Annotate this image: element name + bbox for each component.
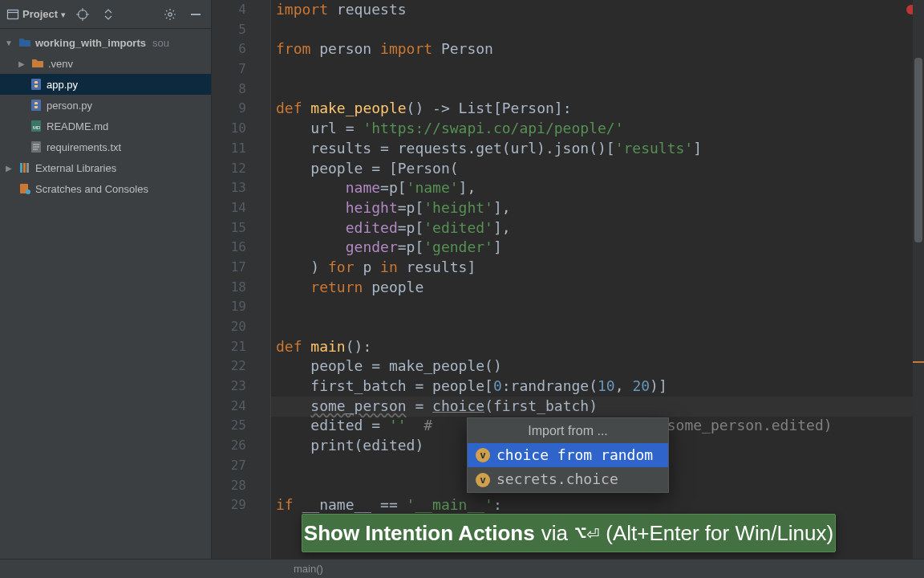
code-line[interactable]: some_person = choice(first_batch) xyxy=(276,397,913,417)
code-line[interactable]: ) for p in results] xyxy=(276,258,913,278)
code-line[interactable]: results = requests.get(url).json()['resu… xyxy=(276,139,913,159)
popup-item-label: choice from random xyxy=(496,446,653,466)
venv-label: .venv xyxy=(48,58,73,70)
code-editor[interactable]: 4567891011121314151617181920212223242526… xyxy=(212,0,924,578)
file-app-py[interactable]: app.py xyxy=(0,74,211,95)
sidebar-header: Project ▾ xyxy=(0,0,211,29)
hint-banner: Show Intention Actions via ⌥⏎ (Alt+Enter… xyxy=(302,514,836,552)
line-number: 21 xyxy=(212,337,270,357)
file-label: requirements.txt xyxy=(47,141,121,153)
code-line[interactable] xyxy=(276,297,913,317)
line-number: 27 xyxy=(212,456,270,476)
project-tree: ▼ working_with_imports sou ▶ .venv app.p… xyxy=(0,29,211,199)
code-line[interactable]: def main(): xyxy=(276,337,913,357)
line-number: 11 xyxy=(212,139,270,159)
folder-icon xyxy=(30,58,45,69)
gear-icon[interactable] xyxy=(161,6,179,23)
code-line[interactable]: from person import Person xyxy=(276,39,913,59)
code-line[interactable] xyxy=(276,59,913,79)
locate-icon[interactable] xyxy=(74,6,91,23)
line-number: 8 xyxy=(212,79,270,100)
line-number: 29 xyxy=(212,495,270,515)
svg-rect-18 xyxy=(23,163,26,173)
code-line[interactable]: import requests xyxy=(276,0,913,20)
popup-item-label: secrets.choice xyxy=(496,470,618,490)
code-line[interactable]: first_batch = people[0:randrange(10, 20)… xyxy=(276,377,913,397)
line-number: 19 xyxy=(212,297,270,317)
code-line[interactable] xyxy=(276,20,913,40)
marker-strip xyxy=(913,0,924,578)
project-root-label: working_with_imports xyxy=(35,37,146,49)
svg-point-21 xyxy=(26,189,30,194)
project-window-icon xyxy=(6,8,19,21)
file-label: person.py xyxy=(47,100,92,112)
breadcrumb-text[interactable]: main() xyxy=(294,563,323,575)
code-line[interactable]: name=p['name'], xyxy=(276,178,913,198)
code-line[interactable]: if __name__ == '__main__': xyxy=(276,495,913,515)
svg-rect-17 xyxy=(20,163,22,173)
scratches-label: Scratches and Consoles xyxy=(35,183,148,195)
scratches-and-consoles[interactable]: Scratches and Consoles xyxy=(0,178,211,199)
warning-marker-icon[interactable] xyxy=(913,361,924,363)
line-number: 24 xyxy=(212,397,270,417)
code-line[interactable]: return people xyxy=(276,278,913,298)
line-number: 10 xyxy=(212,119,270,139)
svg-rect-9 xyxy=(31,79,41,90)
external-libs-label: External Libraries xyxy=(35,162,116,174)
chevron-right-icon: ▶ xyxy=(16,59,27,68)
code-line[interactable] xyxy=(276,317,913,337)
popup-title: Import from ... xyxy=(468,418,668,443)
line-number: 20 xyxy=(212,317,270,337)
expand-all-icon[interactable] xyxy=(99,6,117,23)
text-file-icon xyxy=(29,140,43,153)
python-file-icon xyxy=(29,99,43,112)
line-number: 13 xyxy=(212,178,270,198)
code-line[interactable]: people = [Person( xyxy=(276,159,913,179)
line-number: 9 xyxy=(212,99,270,119)
line-number: 7 xyxy=(212,59,270,79)
line-number: 14 xyxy=(212,198,270,218)
file-person-py[interactable]: person.py xyxy=(0,95,211,116)
svg-point-7 xyxy=(168,12,172,15)
code-line[interactable]: edited=p['edited'], xyxy=(276,218,913,238)
line-number: 28 xyxy=(212,476,270,496)
banner-shortcut: ⌥⏎ xyxy=(574,523,599,543)
code-line[interactable]: people = make_people() xyxy=(276,356,913,377)
python-file-icon xyxy=(29,78,43,91)
line-number: 15 xyxy=(212,218,270,238)
file-readme-md[interactable]: MD README.md xyxy=(0,116,211,136)
folder-icon xyxy=(18,37,32,48)
svg-point-2 xyxy=(79,10,87,18)
project-sidebar: Project ▾ ▼ working_wit xyxy=(0,0,212,578)
external-libraries[interactable]: ▶ External Libraries xyxy=(0,157,211,178)
line-number: 4 xyxy=(212,0,270,20)
code-line[interactable]: height=p['height'], xyxy=(276,198,913,218)
line-number: 16 xyxy=(212,238,270,258)
code-line[interactable]: url = 'https://swapi.co/api/people/' xyxy=(276,119,913,139)
project-root[interactable]: ▼ working_with_imports sou xyxy=(0,32,211,53)
variable-chip-icon: v xyxy=(476,448,490,462)
project-root-note: sou xyxy=(152,37,169,49)
line-number: 17 xyxy=(212,258,270,278)
breadcrumb-bar[interactable]: main() xyxy=(0,559,924,578)
line-number: 23 xyxy=(212,377,270,397)
venv-folder[interactable]: ▶ .venv xyxy=(0,53,211,74)
code-line[interactable]: gender=p['gender'] xyxy=(276,238,913,258)
sidebar-title[interactable]: Project xyxy=(22,8,58,20)
line-number-gutter: 4567891011121314151617181920212223242526… xyxy=(212,0,271,578)
line-number: 12 xyxy=(212,159,270,179)
sidebar-title-dropdown-icon[interactable]: ▾ xyxy=(61,10,66,20)
popup-item-secrets-choice[interactable]: v secrets.choice xyxy=(468,467,668,492)
hide-panel-icon[interactable] xyxy=(187,6,205,23)
popup-item-choice-random[interactable]: v choice from random xyxy=(468,443,668,468)
line-number: 25 xyxy=(212,416,270,436)
file-requirements-txt[interactable]: requirements.txt xyxy=(0,136,211,157)
code-line[interactable]: def make_people() -> List[Person]: xyxy=(276,99,913,119)
svg-rect-10 xyxy=(31,100,41,111)
line-number: 5 xyxy=(212,20,270,40)
svg-text:MD: MD xyxy=(33,125,41,130)
variable-chip-icon: v xyxy=(476,473,490,487)
external-libs-icon xyxy=(18,162,32,173)
file-label: app.py xyxy=(47,79,78,91)
code-line[interactable] xyxy=(276,79,913,100)
